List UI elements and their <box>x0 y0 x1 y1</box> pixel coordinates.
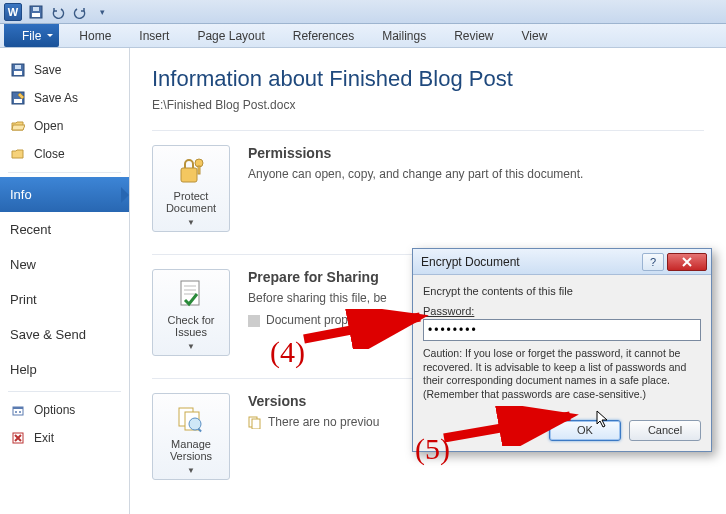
password-label: Password: <box>423 305 701 317</box>
sidebar-item-save-as[interactable]: Save As <box>0 84 129 112</box>
tab-insert[interactable]: Insert <box>125 24 183 47</box>
svg-rect-7 <box>14 99 22 103</box>
chevron-down-icon: ▼ <box>187 218 195 227</box>
sidebar-item-label: Exit <box>34 431 54 445</box>
open-icon <box>10 118 26 134</box>
sidebar-item-label: Options <box>34 403 75 417</box>
svg-rect-13 <box>181 168 197 182</box>
save-as-icon <box>10 90 26 106</box>
section-body: Permissions Anyone can open, copy, and c… <box>248 145 583 183</box>
dialog-caution: Caution: If you lose or forget the passw… <box>423 347 701 402</box>
ok-button[interactable]: OK <box>549 420 621 441</box>
title-bar: W ▾ <box>0 0 726 24</box>
sidebar-item-info[interactable]: Info <box>0 177 129 212</box>
save-icon <box>10 62 26 78</box>
document-check-icon <box>175 278 207 310</box>
svg-rect-9 <box>13 407 23 409</box>
svg-point-10 <box>15 411 17 413</box>
close-icon <box>681 257 693 267</box>
dialog-body: Encrypt the contents of this file Passwo… <box>413 275 711 412</box>
bullet-text: Document proper <box>266 313 359 327</box>
dialog-button-row: OK Cancel <box>413 412 711 451</box>
bullet-item: There are no previou <box>248 415 379 429</box>
qat-customize-icon[interactable]: ▾ <box>94 4 110 20</box>
section-heading: Prepare for Sharing <box>248 269 387 285</box>
check-for-issues-button[interactable]: Check for Issues ▼ <box>152 269 230 356</box>
dialog-titlebar[interactable]: Encrypt Document ? <box>413 249 711 275</box>
tab-home[interactable]: Home <box>65 24 125 47</box>
tab-mailings[interactable]: Mailings <box>368 24 440 47</box>
backstage-sidebar: Save Save As Open Close Info Recent New … <box>0 48 130 514</box>
sidebar-item-save[interactable]: Save <box>0 56 129 84</box>
button-label: Cancel <box>648 424 682 436</box>
section-body: Prepare for Sharing Before sharing this … <box>248 269 387 327</box>
svg-point-11 <box>19 411 21 413</box>
lock-key-icon <box>175 154 207 186</box>
sidebar-item-label: Open <box>34 119 63 133</box>
sidebar-item-new[interactable]: New <box>0 247 129 282</box>
save-icon[interactable] <box>28 4 44 20</box>
exit-icon <box>10 430 26 446</box>
sidebar-item-label: Save <box>34 63 61 77</box>
section-permissions: Protect Document ▼ Permissions Anyone ca… <box>152 130 704 232</box>
svg-rect-22 <box>252 419 260 429</box>
versions-small-icon <box>248 415 262 429</box>
bullet-text: There are no previou <box>268 415 379 429</box>
manage-versions-button[interactable]: Manage Versions ▼ <box>152 393 230 480</box>
svg-rect-2 <box>33 7 39 11</box>
sidebar-item-label: Help <box>10 362 37 377</box>
tab-review[interactable]: Review <box>440 24 507 47</box>
protect-document-button[interactable]: Protect Document ▼ <box>152 145 230 232</box>
sidebar-item-save-send[interactable]: Save & Send <box>0 317 129 352</box>
tab-view[interactable]: View <box>508 24 562 47</box>
svg-rect-15 <box>198 166 200 174</box>
chevron-down-icon: ▼ <box>187 342 195 351</box>
undo-icon[interactable] <box>50 4 66 20</box>
password-input[interactable] <box>423 319 701 341</box>
dialog-title: Encrypt Document <box>421 255 642 269</box>
sidebar-item-help[interactable]: Help <box>0 352 129 387</box>
sidebar-item-exit[interactable]: Exit <box>0 424 129 452</box>
dialog-help-button[interactable]: ? <box>642 253 664 271</box>
svg-rect-1 <box>32 13 40 17</box>
cancel-button[interactable]: Cancel <box>629 420 701 441</box>
tab-page-layout[interactable]: Page Layout <box>183 24 278 47</box>
bullet-icon <box>248 315 260 327</box>
section-heading: Permissions <box>248 145 583 161</box>
svg-rect-5 <box>15 65 21 69</box>
sidebar-item-open[interactable]: Open <box>0 112 129 140</box>
tab-references[interactable]: References <box>279 24 368 47</box>
sidebar-item-recent[interactable]: Recent <box>0 212 129 247</box>
word-app-icon: W <box>4 3 22 21</box>
sidebar-item-label: Print <box>10 292 37 307</box>
sidebar-item-print[interactable]: Print <box>0 282 129 317</box>
divider <box>8 391 121 392</box>
sidebar-item-label: Recent <box>10 222 51 237</box>
section-desc: Before sharing this file, be <box>248 289 387 307</box>
button-label: OK <box>577 424 593 436</box>
bullet-item: Document proper <box>248 313 387 327</box>
ribbon-tabs: File Home Insert Page Layout References … <box>0 24 726 48</box>
sidebar-item-label: Save As <box>34 91 78 105</box>
section-body: Versions There are no previou <box>248 393 379 429</box>
help-icon: ? <box>650 256 656 268</box>
document-path: E:\Finished Blog Post.docx <box>152 98 704 112</box>
button-label: Manage Versions <box>157 438 225 462</box>
sidebar-item-label: Close <box>34 147 65 161</box>
sidebar-item-options[interactable]: Options <box>0 396 129 424</box>
chevron-down-icon: ▼ <box>187 466 195 475</box>
close-folder-icon <box>10 146 26 162</box>
dialog-instruction: Encrypt the contents of this file <box>423 285 701 297</box>
dialog-close-button[interactable] <box>667 253 707 271</box>
sidebar-item-close[interactable]: Close <box>0 140 129 168</box>
tab-file[interactable]: File <box>4 24 59 47</box>
section-heading: Versions <box>248 393 379 409</box>
section-desc: Anyone can open, copy, and change any pa… <box>248 165 583 183</box>
encrypt-document-dialog: Encrypt Document ? Encrypt the contents … <box>412 248 712 452</box>
divider <box>8 172 121 173</box>
sidebar-item-label: Save & Send <box>10 327 86 342</box>
redo-icon[interactable] <box>72 4 88 20</box>
button-label: Check for Issues <box>157 314 225 338</box>
sidebar-item-label: New <box>10 257 36 272</box>
button-label: Protect Document <box>157 190 225 214</box>
